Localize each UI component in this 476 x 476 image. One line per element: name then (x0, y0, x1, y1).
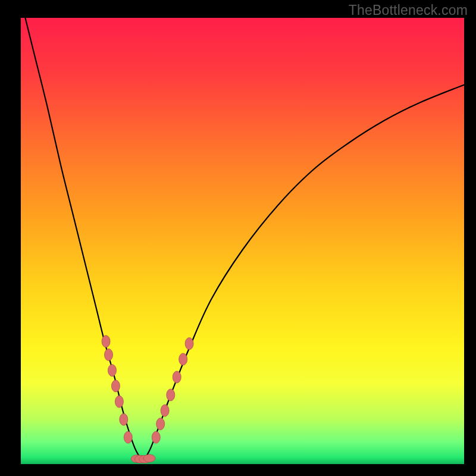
data-marker (152, 431, 160, 443)
data-marker (115, 396, 123, 408)
data-marker (156, 418, 165, 430)
data-marker (161, 405, 169, 416)
watermark-text: TheBottleneck.com (349, 2, 468, 18)
data-marker (108, 365, 116, 377)
data-marker (120, 414, 128, 425)
data-marker (143, 455, 155, 462)
data-marker (185, 338, 193, 350)
data-marker (173, 371, 181, 383)
plot-area (21, 18, 464, 464)
data-marker (124, 431, 132, 443)
chart-frame: TheBottleneck.com (0, 0, 476, 476)
data-marker (179, 353, 187, 365)
gradient-background (21, 18, 464, 464)
data-marker (102, 336, 110, 347)
data-marker (105, 349, 113, 361)
data-marker (167, 389, 175, 401)
chart-svg (21, 18, 464, 464)
data-marker (111, 380, 120, 392)
